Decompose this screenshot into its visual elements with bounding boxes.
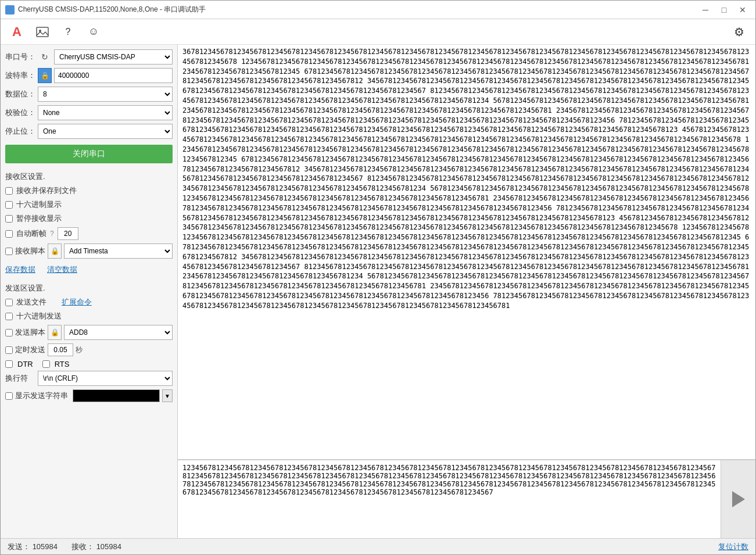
- send-area-container: [178, 460, 755, 538]
- receive-count-label: 接收： 105984: [71, 542, 121, 552]
- emoji-button[interactable]: ☺: [83, 22, 104, 42]
- receive-settings-title: 接收区设置.: [5, 171, 173, 182]
- auto-frame-checkbox[interactable]: [5, 230, 13, 238]
- image-button[interactable]: [32, 22, 53, 42]
- hex-display-checkbox[interactable]: [5, 201, 13, 209]
- send-script-select[interactable]: ADD8: [64, 325, 173, 340]
- refresh-button[interactable]: ↻: [38, 50, 52, 64]
- parity-select[interactable]: None: [38, 105, 173, 120]
- left-panel: 串口号： ↻ CherryUSB CMSIS-DAP 波特率： 🔒 数据位： 8: [1, 45, 178, 538]
- rts-label[interactable]: RTS: [55, 360, 70, 368]
- send-script-label[interactable]: 发送脚本: [15, 327, 45, 338]
- receive-script-select[interactable]: Add Timesta: [64, 244, 173, 259]
- titlebar: CherryUSB CMSIS-DAP,115200,None,8,One - …: [1, 1, 755, 19]
- rts-checkbox[interactable]: [42, 360, 50, 368]
- dtr-label[interactable]: DTR: [17, 360, 33, 368]
- parity-row: 校验位： None: [5, 105, 173, 120]
- hex-send-row: 十六进制发送: [5, 311, 173, 321]
- stopbits-row: 停止位： One: [5, 124, 173, 139]
- parity-label: 校验位：: [5, 108, 35, 118]
- show-send-row: 显示发送字符串 ▼: [5, 389, 173, 402]
- receive-script-row: 接收脚本 🔒 Add Timesta: [5, 244, 173, 259]
- hex-display-row: 十六进制显示: [5, 199, 173, 210]
- send-script-row: 发送脚本 🔒 ADD8: [5, 325, 173, 340]
- close-button[interactable]: ✕: [734, 4, 751, 16]
- receive-script-lock-button[interactable]: 🔒: [48, 244, 62, 259]
- auto-frame-help-icon: ?: [50, 230, 54, 238]
- port-select[interactable]: CherryUSB CMSIS-DAP: [54, 49, 173, 65]
- dtr-checkbox[interactable]: [5, 360, 13, 368]
- status-bar: 发送： 105984 接收： 105984 复位计数: [1, 538, 755, 554]
- save-data-button[interactable]: 保存数据: [5, 264, 35, 275]
- close-port-button[interactable]: 关闭串口: [5, 145, 173, 163]
- baud-input[interactable]: [54, 68, 173, 83]
- baud-label: 波特率：: [5, 70, 35, 81]
- svg-rect-0: [37, 27, 48, 37]
- port-label: 串口号：: [5, 52, 35, 62]
- newline-label: 换行符: [5, 373, 35, 384]
- main-window: CherryUSB CMSIS-DAP,115200,None,8,One - …: [0, 0, 756, 555]
- save-to-file-row: 接收并保存到文件: [5, 185, 173, 196]
- receive-area[interactable]: 3678123456781234567812345678123456781234…: [178, 45, 755, 460]
- send-button[interactable]: [721, 460, 755, 538]
- save-to-file-label[interactable]: 接收并保存到文件: [16, 185, 77, 196]
- send-file-label[interactable]: 发送文件: [16, 297, 46, 307]
- databits-select[interactable]: 8: [38, 87, 173, 102]
- expand-cmd-button[interactable]: 扩展命令: [62, 297, 92, 307]
- receive-script-checkbox[interactable]: [5, 248, 13, 255]
- send-color-picker[interactable]: [73, 389, 160, 402]
- pause-display-row: 暂停接收显示: [5, 213, 173, 224]
- timed-send-label[interactable]: 定时发送: [15, 345, 45, 355]
- main-content: 串口号： ↻ CherryUSB CMSIS-DAP 波特率： 🔒 数据位： 8: [1, 45, 755, 538]
- timed-send-checkbox[interactable]: [5, 346, 13, 354]
- settings-button[interactable]: ⚙: [729, 22, 750, 42]
- window-title: CherryUSB CMSIS-DAP,115200,None,8,One - …: [18, 5, 206, 15]
- send-count-label: 发送： 105984: [8, 542, 58, 552]
- show-send-label[interactable]: 显示发送字符串: [15, 391, 68, 401]
- send-file-row: 发送文件 扩展命令: [5, 297, 173, 307]
- baud-lock-button[interactable]: 🔒: [38, 68, 52, 83]
- app-icon: [5, 5, 15, 15]
- toolbar: A ? ☺ ⚙: [1, 19, 755, 45]
- receive-content: 3678123456781234567812345678123456781234…: [182, 48, 749, 310]
- databits-label: 数据位：: [5, 89, 35, 99]
- stopbits-select[interactable]: One: [38, 124, 173, 139]
- toolbar-left: A ? ☺: [6, 22, 104, 42]
- hex-send-checkbox[interactable]: [5, 313, 13, 320]
- auto-frame-input[interactable]: [58, 227, 78, 240]
- status-left: 发送： 105984 接收： 105984: [8, 542, 121, 552]
- dtr-rts-row: DTR RTS: [5, 360, 173, 368]
- receive-count-value: 105984: [96, 542, 121, 551]
- image-icon: [36, 26, 49, 38]
- show-send-checkbox[interactable]: [5, 392, 13, 400]
- send-script-checkbox[interactable]: [5, 329, 13, 336]
- clear-data-button[interactable]: 清空数据: [47, 264, 77, 275]
- minimize-button[interactable]: ─: [697, 4, 714, 16]
- pause-display-checkbox[interactable]: [5, 215, 13, 223]
- right-panel: 3678123456781234567812345678123456781234…: [178, 45, 755, 538]
- save-to-file-checkbox[interactable]: [5, 187, 13, 195]
- maximize-button[interactable]: □: [716, 4, 732, 16]
- send-script-lock-button[interactable]: 🔒: [48, 325, 62, 340]
- hex-send-label[interactable]: 十六进制发送: [16, 311, 62, 321]
- stopbits-label: 停止位：: [5, 126, 35, 137]
- databits-row: 数据位： 8: [5, 87, 173, 102]
- send-color-dropdown[interactable]: ▼: [162, 389, 173, 402]
- port-row: 串口号： ↻ CherryUSB CMSIS-DAP: [5, 49, 173, 65]
- newline-row: 换行符 \r\n (CRLF): [5, 371, 173, 386]
- newline-select[interactable]: \r\n (CRLF): [38, 371, 173, 386]
- send-textarea[interactable]: [178, 460, 721, 538]
- send-file-checkbox[interactable]: [5, 299, 13, 306]
- pause-display-label[interactable]: 暂停接收显示: [16, 213, 62, 224]
- help-button[interactable]: ?: [58, 22, 78, 42]
- hex-display-label[interactable]: 十六进制显示: [16, 199, 62, 210]
- auto-frame-label[interactable]: 自动断帧: [16, 228, 46, 239]
- receive-script-label[interactable]: 接收脚本: [15, 246, 45, 256]
- titlebar-controls: ─ □ ✕: [697, 4, 751, 16]
- send-count-value: 105984: [33, 542, 58, 551]
- reset-count-button[interactable]: 复位计数: [718, 542, 748, 552]
- send-arrow-icon: [732, 491, 745, 507]
- font-button[interactable]: A: [6, 22, 27, 42]
- baud-row: 波特率： 🔒: [5, 68, 173, 83]
- timed-send-input[interactable]: [48, 343, 73, 356]
